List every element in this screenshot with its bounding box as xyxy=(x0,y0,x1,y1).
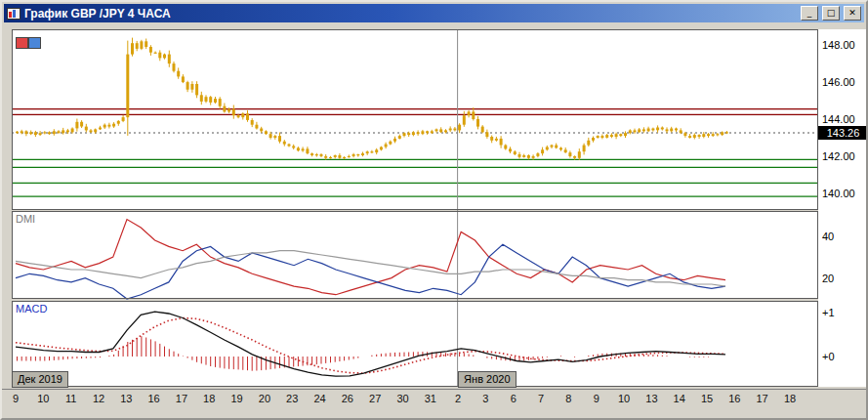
candle-body xyxy=(288,145,291,147)
candle-body xyxy=(53,131,56,134)
candle-body xyxy=(173,63,176,71)
candle-body xyxy=(546,147,549,150)
candle-body xyxy=(578,151,581,158)
candle-body xyxy=(366,151,369,153)
date-tick-label: 17 xyxy=(176,393,187,404)
date-tick-label: 16 xyxy=(728,393,740,404)
date-tick-label: 6 xyxy=(511,393,517,404)
minimize-button[interactable]: _ xyxy=(801,6,818,21)
legend-swatch-red[interactable] xyxy=(16,37,28,49)
candle-body xyxy=(435,129,438,131)
date-tick-label: 7 xyxy=(538,393,544,404)
candle-body xyxy=(600,136,603,138)
candle-body xyxy=(393,139,396,142)
candle-body xyxy=(343,157,346,158)
candle-body xyxy=(168,55,171,64)
candle-body xyxy=(237,115,240,117)
maximize-button[interactable]: □ xyxy=(822,6,840,21)
candle-body xyxy=(136,43,139,49)
candle-body xyxy=(190,84,193,90)
candle-body xyxy=(670,129,673,132)
candle-body xyxy=(103,125,106,128)
candle-body xyxy=(514,151,517,154)
chart-app-icon xyxy=(7,8,21,20)
candle-body xyxy=(412,132,415,135)
candle-body xyxy=(615,134,618,137)
candle-body xyxy=(536,153,539,156)
date-tick-label: 16 xyxy=(147,393,159,404)
candle-body xyxy=(431,131,434,133)
candle-body xyxy=(62,130,64,133)
candle-body xyxy=(500,139,503,146)
candle-body xyxy=(352,154,355,156)
candle-body xyxy=(587,141,590,146)
dmi-tick-label: 40 xyxy=(822,231,834,242)
candle-body xyxy=(468,111,471,115)
candle-body xyxy=(476,119,479,127)
price-tick-label: 144.00 xyxy=(822,113,855,125)
candle-body xyxy=(306,148,309,153)
date-tick-label: 13 xyxy=(645,393,657,404)
date-tick-label: 20 xyxy=(259,393,270,404)
candle-body xyxy=(278,136,281,142)
candle-body xyxy=(642,129,645,131)
candle-body xyxy=(21,131,23,133)
legend-swatch-blue[interactable] xyxy=(28,37,41,49)
candle-body xyxy=(716,134,719,135)
date-tick-label: 17 xyxy=(756,393,767,404)
candle-body xyxy=(463,115,466,125)
candle-body xyxy=(725,132,728,133)
candle-body xyxy=(458,125,461,131)
candle-body xyxy=(227,109,230,112)
candle-body xyxy=(638,129,641,132)
price-tick-label: 146.00 xyxy=(822,76,855,88)
price-tick-label: 140.00 xyxy=(822,188,855,199)
candle-body xyxy=(518,154,521,157)
candle-body xyxy=(680,130,682,133)
candle-body xyxy=(407,133,410,135)
date-tick-label: 18 xyxy=(784,393,796,404)
candle-body xyxy=(380,147,383,150)
candle-body xyxy=(712,134,715,136)
date-tick-label: 31 xyxy=(425,393,436,404)
candle-body xyxy=(255,125,258,129)
candle-body xyxy=(131,43,134,54)
candle-body xyxy=(573,156,576,158)
close-button[interactable]: ✕ xyxy=(844,6,861,21)
candle-body xyxy=(541,149,544,153)
date-tick-label: 2 xyxy=(455,393,461,404)
candle-body xyxy=(177,71,180,77)
candle-body xyxy=(297,147,300,150)
candle-body xyxy=(43,132,46,133)
candle-body xyxy=(666,129,669,131)
month-label: Янв 2020 xyxy=(464,373,510,385)
candle-body xyxy=(94,129,97,132)
candle-body xyxy=(302,148,305,150)
date-tick-label: 24 xyxy=(313,393,325,404)
candle-body xyxy=(334,155,337,157)
candle-body xyxy=(651,129,654,131)
chart-canvas[interactable]: 148.00146.00144.00142.00140.004020+1+091… xyxy=(2,2,868,420)
candle-body xyxy=(629,130,632,133)
candle-body xyxy=(117,121,120,124)
month-label-box: Янв 2020 xyxy=(458,371,516,388)
date-tick-label: 13 xyxy=(120,393,132,404)
candle-body xyxy=(527,155,530,158)
candle-body xyxy=(90,130,93,132)
candle-body xyxy=(698,135,701,137)
candle-body xyxy=(260,129,263,132)
title-bar[interactable]: График GBP /JPY 4 ЧАСА _ □ ✕ xyxy=(4,4,864,22)
candle-body xyxy=(320,154,323,156)
candle-body xyxy=(656,128,659,131)
candle-body xyxy=(145,41,147,47)
candle-body xyxy=(232,109,235,116)
candle-body xyxy=(48,132,51,134)
date-tick-label: 18 xyxy=(203,393,215,404)
candle-body xyxy=(370,151,373,152)
candle-body xyxy=(403,133,406,136)
candle-body xyxy=(58,131,61,133)
candle-body xyxy=(439,129,442,132)
date-tick-label: 10 xyxy=(618,393,630,404)
candle-body xyxy=(315,154,318,155)
candle-body xyxy=(273,136,276,138)
